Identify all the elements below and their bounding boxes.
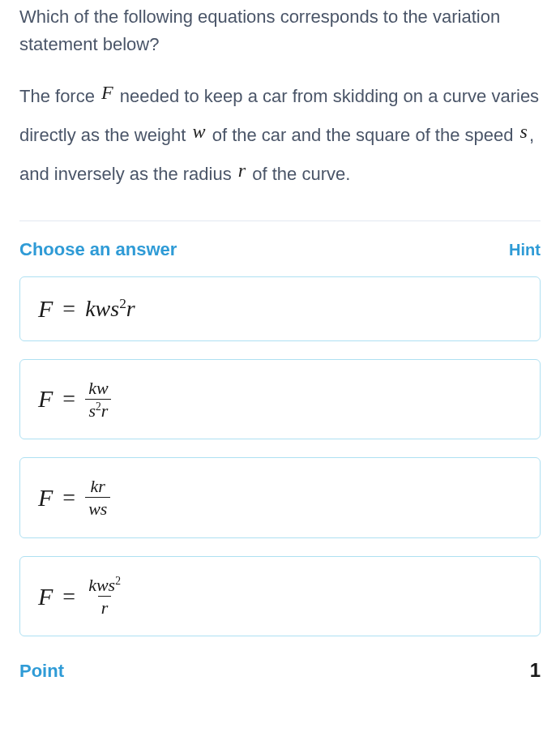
equation-a: F = kws2r	[38, 295, 522, 323]
num-pre: kws	[88, 575, 115, 595]
var-w: w	[191, 113, 207, 151]
hint-button[interactable]: Hint	[509, 241, 541, 259]
section-divider	[19, 221, 541, 221]
rhs-exp: 2	[119, 295, 126, 310]
point-value: 1	[530, 659, 541, 682]
point-row: Point 1	[19, 659, 541, 682]
eq-equals: =	[61, 584, 77, 610]
equation-d: F = kws2 r	[38, 575, 522, 619]
variation-statement: The force F needed to keep a car from sk…	[19, 75, 541, 191]
frac-num: kw	[85, 378, 111, 399]
frac-num: kr	[88, 476, 109, 497]
eq-equals: =	[61, 296, 77, 322]
frac-num: kws2	[85, 575, 124, 596]
answer-option-b[interactable]: F = kw s2r	[19, 359, 541, 440]
rhs-base: kws	[85, 296, 119, 321]
eq-fraction: kw s2r	[85, 378, 111, 422]
eq-fraction: kws2 r	[85, 575, 124, 619]
frac-den: s2r	[85, 399, 111, 421]
eq-equals: =	[61, 386, 77, 412]
eq-fraction: kr ws	[85, 476, 110, 520]
eq-lhs: F	[38, 583, 53, 610]
var-r: r	[237, 152, 247, 190]
frac-den: ws	[85, 497, 110, 519]
eq-equals: =	[61, 485, 77, 511]
eq-lhs: F	[38, 484, 53, 512]
frac-den: r	[98, 596, 112, 618]
stmt-text: of the car and the square of the speed	[207, 125, 519, 145]
point-label: Point	[19, 661, 64, 682]
choose-row: Choose an answer Hint	[19, 239, 541, 260]
num-exp: 2	[115, 574, 121, 586]
equation-b: F = kw s2r	[38, 378, 522, 422]
equation-c: F = kr ws	[38, 476, 522, 520]
stmt-text: The force	[19, 86, 100, 106]
stmt-text: of the curve.	[247, 164, 350, 184]
den-post: r	[101, 400, 109, 421]
eq-rhs: kws2r	[85, 296, 135, 322]
var-F: F	[100, 75, 115, 112]
eq-lhs: F	[38, 295, 53, 323]
answer-option-a[interactable]: F = kws2r	[19, 276, 541, 341]
answer-option-d[interactable]: F = kws2 r	[19, 556, 541, 637]
answer-option-c[interactable]: F = kr ws	[19, 457, 541, 538]
den-pre: s	[88, 400, 96, 421]
question-prompt: Which of the following equations corresp…	[19, 0, 541, 58]
var-s: s	[519, 113, 529, 151]
den-exp: 2	[96, 400, 101, 413]
eq-lhs: F	[38, 385, 53, 413]
choose-answer-label: Choose an answer	[19, 239, 177, 260]
rhs-tail: r	[126, 296, 135, 321]
